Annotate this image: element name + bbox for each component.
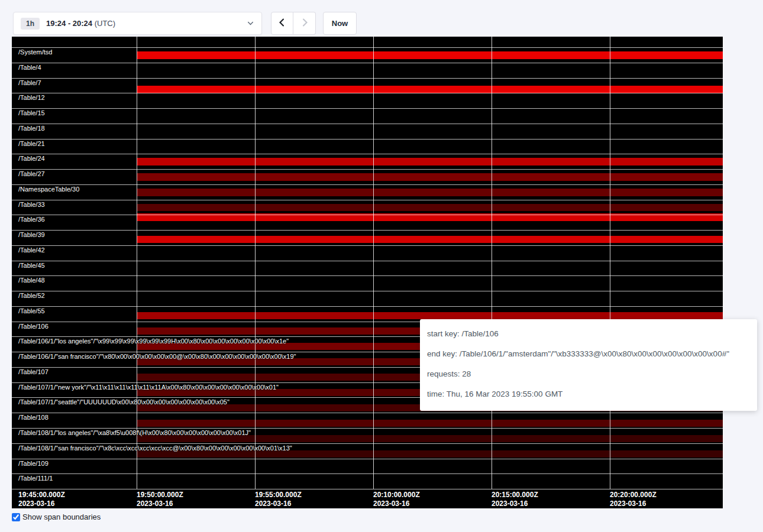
heat-band[interactable] xyxy=(137,51,723,59)
x-axis-date: 2023-03-16 xyxy=(137,499,183,508)
heat-band[interactable] xyxy=(137,173,723,181)
time-gridline xyxy=(610,37,610,489)
footer: Show span boundaries xyxy=(12,512,101,521)
x-axis-time: 19:55:00.000Z xyxy=(255,491,302,499)
span-boundary-line xyxy=(12,78,723,79)
time-range-select[interactable]: 1h 19:24 - 20:24 (UTC) xyxy=(13,12,262,35)
span-key-label: /Table/21 xyxy=(18,140,45,147)
x-axis-date: 2023-03-16 xyxy=(18,499,65,508)
time-gridline xyxy=(255,37,256,489)
show-span-boundaries-label: Show span boundaries xyxy=(22,512,101,521)
span-key-label: /Table/39 xyxy=(18,231,45,238)
now-button[interactable]: Now xyxy=(323,12,357,35)
x-axis-label: 19:50:00.000Z2023-03-16 xyxy=(137,491,183,508)
span-boundary-line xyxy=(12,215,723,215)
chevron-down-icon xyxy=(247,20,254,27)
span-boundary-line xyxy=(12,245,723,246)
span-key-label: /Table/106/1/"san francisco"/"\x80\x00\x… xyxy=(18,353,296,360)
span-key-label: /Table/24 xyxy=(18,155,45,162)
time-range-label: 19:24 - 20:24 (UTC) xyxy=(46,19,115,28)
span-boundary-line xyxy=(12,154,723,154)
span-key-label: /NamespaceTable/30 xyxy=(18,186,79,193)
span-key-label: /Table/52 xyxy=(18,292,45,299)
x-axis-date: 2023-03-16 xyxy=(255,499,302,508)
x-axis-label: 20:20:00.000Z2023-03-16 xyxy=(610,491,657,508)
span-boundary-line xyxy=(12,139,723,140)
span-boundary-line xyxy=(12,291,723,291)
span-boundary-line xyxy=(12,275,723,276)
span-key-label: /Table/106 xyxy=(18,323,49,330)
span-key-label: /Table/55 xyxy=(18,307,45,314)
span-key-label: /Table/106/1/"los angeles"/"\x99\x99\x99… xyxy=(18,338,289,345)
x-axis-date: 2023-03-16 xyxy=(373,499,420,508)
toolbar: 1h 19:24 - 20:24 (UTC) Now xyxy=(13,12,357,35)
span-boundary-line xyxy=(12,124,723,124)
x-axis-time: 19:50:00.000Z xyxy=(137,491,183,499)
hover-tooltip: start key: /Table/106 end key: /Table/10… xyxy=(420,319,757,411)
time-range-value: 19:24 - 20:24 xyxy=(46,19,92,28)
x-axis-date: 2023-03-16 xyxy=(610,499,657,508)
prev-range-button[interactable] xyxy=(271,12,293,35)
span-boundary-line xyxy=(12,413,723,413)
x-axis-time: 20:10:00.000Z xyxy=(373,491,420,499)
heat-band[interactable] xyxy=(137,158,723,166)
x-axis-label: 19:45:00.000Z2023-03-16 xyxy=(18,491,65,508)
span-boundary-line xyxy=(12,184,723,185)
span-key-label: /Table/45 xyxy=(18,262,45,269)
span-key-label: /Table/107 xyxy=(18,368,49,375)
chevron-left-icon xyxy=(277,18,287,29)
time-gridline xyxy=(492,37,492,489)
time-range-timezone: (UTC) xyxy=(95,19,115,28)
x-axis-time: 19:45:00.000Z xyxy=(18,491,65,499)
span-key-label: /Table/108 xyxy=(18,414,49,421)
span-key-label: /Table/12 xyxy=(18,94,45,101)
show-span-boundaries-checkbox[interactable] xyxy=(12,513,20,521)
span-key-label: /Table/7 xyxy=(18,79,41,86)
tooltip-time: time: Thu, 16 Mar 2023 19:55:00 GMT xyxy=(427,389,750,399)
tooltip-end-key: end key: /Table/106/1/"amsterdam"/"\xb33… xyxy=(427,349,750,359)
tooltip-requests: requests: 28 xyxy=(427,369,750,379)
span-boundary-line xyxy=(12,473,723,474)
span-key-label: /Table/27 xyxy=(18,170,45,177)
chevron-right-icon xyxy=(300,18,309,29)
span-boundary-line xyxy=(12,459,723,459)
span-boundary-line xyxy=(12,63,723,63)
span-boundary-line xyxy=(12,93,723,93)
key-visualizer-canvas[interactable]: /System/tsd/Table/4/Table/7/Table/12/Tab… xyxy=(12,37,723,508)
span-boundary-line xyxy=(12,489,723,489)
heat-band[interactable] xyxy=(137,420,723,427)
x-axis-date: 2023-03-16 xyxy=(492,499,538,508)
span-boundary-line xyxy=(12,47,723,48)
span-key-label: /Table/42 xyxy=(18,246,45,254)
x-axis-label: 19:55:00.000Z2023-03-16 xyxy=(255,491,302,508)
span-key-label: /Table/4 xyxy=(18,64,41,71)
x-axis-label: 20:10:00.000Z2023-03-16 xyxy=(373,491,420,508)
span-key-label: /Table/15 xyxy=(18,109,45,116)
time-nav-group xyxy=(271,12,316,35)
span-key-label: /System/tsd xyxy=(18,48,52,56)
span-key-label: /Table/108/1/"los angeles"/"\xa8\xf5\u00… xyxy=(18,429,251,436)
x-axis-time: 20:15:00.000Z xyxy=(492,491,538,499)
heat-band[interactable] xyxy=(137,189,723,196)
span-key-label: /Table/107/1/"seattle"/"UUUUUUD\x00\x80\… xyxy=(18,398,229,406)
x-axis-time: 20:20:00.000Z xyxy=(610,491,657,499)
span-boundary-line xyxy=(12,230,723,231)
span-key-label: /Table/107/1/"new york"/"\x11\x11\x11\x1… xyxy=(18,384,279,391)
span-key-label: /Table/109 xyxy=(18,460,49,467)
span-boundary-line xyxy=(12,200,723,200)
heat-band[interactable] xyxy=(137,236,723,243)
span-key-label: /Table/48 xyxy=(18,277,45,284)
span-key-label: /Table/111/1 xyxy=(18,475,53,482)
span-boundary-line xyxy=(12,428,723,429)
heat-band[interactable] xyxy=(137,204,723,211)
heat-band[interactable] xyxy=(137,312,723,319)
duration-badge: 1h xyxy=(21,18,40,30)
next-range-button[interactable] xyxy=(293,12,316,35)
span-boundary-line xyxy=(12,261,723,261)
span-key-label: /Table/108/1/"san francisco"/"\x8c\xcc\x… xyxy=(18,445,292,452)
span-boundary-line xyxy=(12,443,723,444)
time-gridline xyxy=(373,37,374,489)
span-key-label: /Table/33 xyxy=(18,201,45,208)
span-key-label: /Table/18 xyxy=(18,125,45,132)
x-axis-label: 20:15:00.000Z2023-03-16 xyxy=(492,491,538,508)
